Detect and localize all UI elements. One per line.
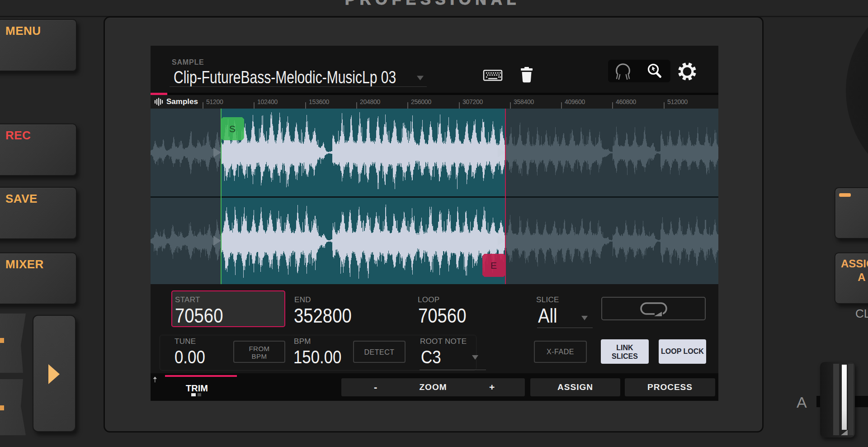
svg-text:E: E [491, 260, 497, 271]
svg-text:S: S [229, 124, 236, 134]
